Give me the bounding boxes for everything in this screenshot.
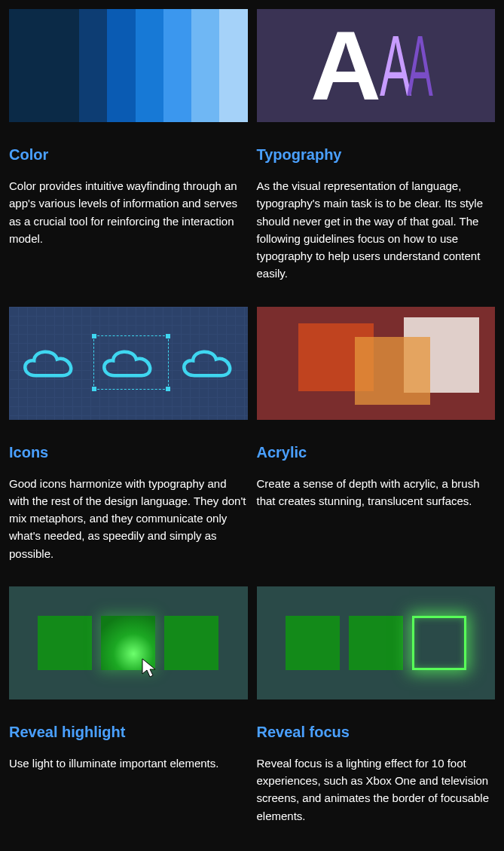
card-grid: Color Color provides intuitive wayfindin… <box>9 9 495 840</box>
card-color: Color Color provides intuitive wayfindin… <box>9 9 248 298</box>
green-square-icon <box>349 616 403 670</box>
green-square-icon <box>286 616 340 670</box>
acrylic-thumbnail <box>257 307 496 420</box>
reveal-focus-title-link[interactable]: Reveal focus <box>257 724 496 741</box>
acrylic-description: Create a sense of depth with acrylic, a … <box>257 475 496 510</box>
reveal-focus-description: Reveal focus is a lighting effect for 10… <box>257 755 496 825</box>
cursor-icon <box>140 657 158 678</box>
selection-box-icon <box>93 335 169 390</box>
card-reveal-highlight: Reveal highlight Use light to illuminate… <box>9 586 248 840</box>
color-description: Color provides intuitive wayfinding thro… <box>9 177 248 247</box>
typography-description: As the visual representation of language… <box>257 177 496 283</box>
letter-a-icon: A <box>310 17 377 115</box>
green-square-icon <box>164 616 218 670</box>
acrylic-square-icon <box>355 337 430 405</box>
reveal-focus-thumbnail <box>257 586 496 699</box>
icons-thumbnail <box>9 307 248 420</box>
cloud-icon <box>15 341 83 386</box>
reveal-highlight-thumbnail <box>9 586 248 699</box>
reveal-highlight-title-link[interactable]: Reveal highlight <box>9 724 248 741</box>
icons-description: Good icons harmonize with typography and… <box>9 475 248 562</box>
card-reveal-focus: Reveal focus Reveal focus is a lighting … <box>257 586 496 840</box>
color-title-link[interactable]: Color <box>9 146 248 164</box>
typography-thumbnail: A A A <box>257 9 496 122</box>
cloud-icon <box>174 341 242 386</box>
card-typography: A A A Typography As the visual represent… <box>257 9 496 298</box>
letter-a-icon: A <box>407 23 428 109</box>
card-acrylic: Acrylic Create a sense of depth with acr… <box>257 307 496 577</box>
icons-title-link[interactable]: Icons <box>9 444 248 461</box>
green-square-focus-icon <box>412 616 466 670</box>
card-icons: Icons Good icons harmonize with typograp… <box>9 307 248 577</box>
typography-title-link[interactable]: Typography <box>257 146 496 164</box>
letter-a-icon: A <box>380 23 405 109</box>
green-square-icon <box>38 616 92 670</box>
reveal-highlight-description: Use light to illuminate important elemen… <box>9 755 248 772</box>
acrylic-title-link[interactable]: Acrylic <box>257 444 496 461</box>
color-thumbnail <box>9 9 248 122</box>
